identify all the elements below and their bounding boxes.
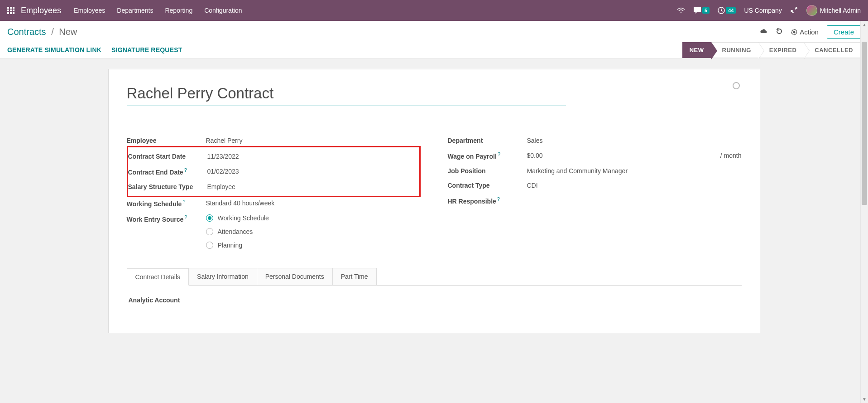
activity-icon[interactable]: 44	[718, 7, 736, 14]
tab-salary-information[interactable]: Salary Information	[188, 268, 257, 285]
company-switcher[interactable]: US Company	[744, 7, 782, 14]
nav-menu-reporting[interactable]: Reporting	[165, 7, 192, 14]
svg-rect-7	[10, 12, 12, 14]
label-analytic-account: Analytic Account	[129, 296, 180, 304]
label-schedule: Working Schedule?	[127, 199, 206, 208]
help-icon[interactable]: ?	[184, 214, 187, 220]
radio-working-schedule[interactable]: Working Schedule	[206, 214, 421, 222]
apps-icon[interactable]	[7, 7, 14, 14]
messages-icon[interactable]: 5	[693, 7, 710, 14]
radio-icon	[206, 228, 213, 235]
help-icon[interactable]: ?	[184, 167, 187, 173]
svg-rect-6	[7, 12, 9, 14]
svg-rect-2	[13, 7, 14, 9]
breadcrumb-current: New	[59, 27, 77, 37]
value-job[interactable]: Marketing and Community Manager	[527, 167, 742, 175]
label-hr: HR Responsible?	[448, 196, 527, 205]
cloud-icon[interactable]	[759, 28, 767, 36]
highlight-box: Contract Start Date 11/23/2022 Contract …	[127, 146, 421, 197]
radio-planning[interactable]: Planning	[206, 242, 421, 249]
value-start-date[interactable]: 11/23/2022	[207, 153, 419, 160]
tab-part-time[interactable]: Part Time	[332, 268, 377, 285]
radio-icon	[206, 242, 213, 249]
value-struct-type[interactable]: Employee	[207, 183, 419, 190]
signature-request[interactable]: SIGNATURE REQUEST	[111, 46, 182, 53]
avatar	[806, 5, 817, 16]
nav-menu-departments[interactable]: Departments	[117, 7, 153, 14]
messages-badge: 5	[702, 7, 710, 14]
image-placeholder-icon[interactable]	[733, 82, 740, 89]
status-running[interactable]: RUNNING	[711, 42, 758, 58]
value-end-date[interactable]: 01/02/2023	[207, 168, 419, 175]
form-sheet: Employee Rachel Perry Contract Start Dat…	[108, 69, 760, 333]
app-name[interactable]: Employees	[21, 6, 61, 15]
breadcrumb: Contracts / New	[7, 27, 77, 37]
svg-rect-3	[7, 10, 9, 11]
control-panel: Contracts / New Action Create GENERATE S…	[0, 21, 868, 59]
wifi-icon[interactable]	[677, 7, 685, 14]
tab-contract-details[interactable]: Contract Details	[127, 268, 189, 286]
svg-rect-1	[10, 7, 12, 9]
help-icon[interactable]: ?	[182, 199, 185, 204]
scroll-up-icon[interactable]: ▲	[861, 21, 868, 29]
activity-badge: 44	[726, 7, 736, 14]
user-menu[interactable]: Mitchell Admin	[806, 5, 861, 16]
debug-icon[interactable]	[790, 6, 798, 15]
scrollbar-thumb[interactable]	[862, 42, 867, 205]
value-department[interactable]: Sales	[527, 137, 742, 144]
label-start-date: Contract Start Date	[128, 153, 207, 160]
nav-menu: Employees Departments Reporting Configur…	[74, 7, 242, 14]
status-bar: NEW RUNNING EXPIRED CANCELLED	[682, 42, 861, 58]
radio-icon	[206, 214, 213, 222]
label-struct-type: Salary Structure Type	[128, 183, 207, 190]
label-job: Job Position	[448, 167, 527, 175]
action-menu[interactable]: Action	[791, 28, 819, 36]
contract-title-input[interactable]	[127, 83, 566, 106]
value-wage[interactable]: $0.00	[527, 152, 715, 159]
top-navbar: Employees Employees Departments Reportin…	[0, 0, 868, 21]
label-ctype: Contract Type	[448, 182, 527, 189]
create-button[interactable]: Create	[827, 25, 861, 39]
value-ctype[interactable]: CDI	[527, 182, 742, 189]
svg-point-9	[681, 12, 681, 13]
value-schedule[interactable]: Standard 40 hours/week	[206, 199, 421, 207]
label-department: Department	[448, 137, 527, 144]
status-expired[interactable]: EXPIRED	[758, 42, 804, 58]
status-cancelled[interactable]: CANCELLED	[804, 42, 861, 58]
label-wage: Wage on Payroll?	[448, 151, 527, 160]
svg-rect-8	[13, 12, 14, 14]
help-icon[interactable]: ?	[498, 151, 500, 157]
generate-simulation-link[interactable]: GENERATE SIMULATION LINK	[7, 46, 101, 53]
svg-rect-0	[7, 7, 9, 9]
status-new[interactable]: NEW	[682, 42, 711, 58]
label-employee: Employee	[127, 137, 206, 144]
label-end-date: Contract End Date?	[128, 167, 207, 176]
nav-menu-employees[interactable]: Employees	[74, 7, 105, 14]
help-icon[interactable]: ?	[497, 196, 500, 202]
value-employee[interactable]: Rachel Perry	[206, 137, 421, 144]
tab-personal-documents[interactable]: Personal Documents	[257, 268, 333, 285]
discard-icon[interactable]	[776, 28, 783, 37]
scrollbar[interactable]: ▲ ▼	[860, 21, 868, 333]
user-name: Mitchell Admin	[820, 7, 861, 14]
svg-rect-4	[10, 10, 12, 11]
tab-bar: Contract Details Salary Information Pers…	[127, 268, 742, 286]
svg-rect-5	[13, 10, 14, 11]
breadcrumb-root[interactable]: Contracts	[7, 27, 46, 37]
radio-attendances[interactable]: Attendances	[206, 228, 421, 235]
wage-suffix: / month	[720, 152, 742, 159]
label-wes: Work Entry Source?	[127, 214, 206, 223]
nav-menu-configuration[interactable]: Configuration	[204, 7, 242, 14]
